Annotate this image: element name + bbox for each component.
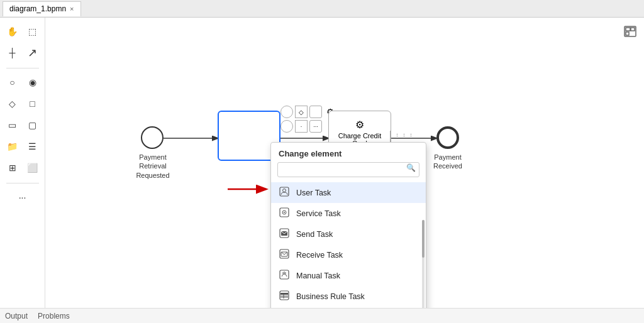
- swimlane-shape[interactable]: ☰: [24, 138, 42, 155]
- receive-task-label: Receive Task: [296, 251, 343, 260]
- svg-point-5: [283, 189, 286, 192]
- svg-rect-15: [280, 293, 288, 295]
- context-menu-search-input[interactable]: [277, 162, 419, 177]
- menu-item-business-rule-task[interactable]: Business Rule Task: [271, 286, 426, 307]
- user-task-icon: [279, 187, 290, 199]
- folder-shape[interactable]: 📁: [4, 138, 21, 155]
- subprocess-shape[interactable]: ⊞: [4, 159, 21, 177]
- context-menu-search-container: 🔍: [271, 162, 426, 182]
- toolbar-divider-2: [6, 183, 39, 183]
- charge-task-gear-icon: ⚙: [355, 119, 364, 131]
- context-menu-title: Change element: [271, 143, 426, 162]
- svg-rect-30: [626, 32, 629, 35]
- tab-close-button[interactable]: ×: [70, 5, 74, 13]
- tab-bar: diagram_1.bpmn ×: [0, 0, 644, 18]
- circle-outline-shape[interactable]: ○: [4, 74, 21, 91]
- start-event[interactable]: [141, 126, 164, 149]
- manual-task-icon: [279, 270, 290, 282]
- service-task-icon: [279, 207, 290, 219]
- end-event-label: PaymentReceived: [428, 153, 468, 171]
- left-toolbar: ✋ ⬚ ┼ ↗ ○ ◉ ◇ □ ▭ ▢ 📁 ☰ ⊞ ⬜ ···: [0, 18, 45, 308]
- tool-row-6: 📁 ☰: [4, 138, 42, 155]
- menu-items-container: User Task Service Task Send Task: [271, 182, 426, 308]
- tool-row-4: ◇ □: [4, 95, 42, 112]
- canvas[interactable]: Payment Retrieval Requested ◇ ⚙ · ··· ⚙ …: [45, 18, 644, 308]
- menu-item-manual-task[interactable]: Manual Task: [271, 265, 426, 286]
- svg-rect-28: [626, 28, 630, 31]
- diamond-shape[interactable]: ◇: [4, 95, 21, 112]
- business-rule-task-icon: [279, 290, 290, 302]
- more-tools[interactable]: ···: [14, 189, 31, 206]
- menu-item-receive-task[interactable]: Receive Task: [271, 244, 426, 265]
- tab-diagram[interactable]: diagram_1.bpmn ×: [3, 1, 81, 16]
- start-event-label: Payment Retrieval Requested: [131, 153, 175, 180]
- tool-row-8: ···: [14, 189, 31, 206]
- receive-task-icon: [279, 249, 290, 261]
- minimap-button[interactable]: [621, 23, 639, 40]
- lasso-tool[interactable]: ⬚: [24, 23, 42, 40]
- svg-point-8: [284, 212, 285, 213]
- context-menu-scrollbar-thumb[interactable]: [422, 220, 425, 258]
- hand-tool[interactable]: ✋: [4, 23, 21, 40]
- menu-item-script-task[interactable]: Script Task: [271, 307, 426, 308]
- square-shape[interactable]: □: [24, 95, 42, 112]
- circle-filled-shape[interactable]: ◉: [24, 74, 42, 91]
- tool-row-7: ⊞ ⬜: [4, 159, 42, 177]
- service-task-label: Service Task: [296, 209, 341, 218]
- user-task-label: User Task: [296, 189, 331, 197]
- shape-palette-row2: · ···: [280, 120, 322, 133]
- rect-shape[interactable]: ▭: [4, 116, 21, 134]
- pointer-arrow: [228, 180, 272, 203]
- menu-item-send-task[interactable]: Send Task: [271, 224, 426, 244]
- palette-rect[interactable]: [309, 106, 322, 118]
- tool-row-3: ○ ◉: [4, 74, 42, 91]
- svg-rect-14: [280, 291, 289, 300]
- palette-ellipsis[interactable]: ···: [309, 120, 322, 133]
- tool-row-1: ✋ ⬚: [4, 23, 42, 40]
- bars-icon[interactable]: ⋮⋮⋮: [394, 133, 414, 141]
- menu-item-user-task[interactable]: User Task: [271, 182, 426, 203]
- business-rule-task-label: Business Rule Task: [296, 292, 365, 301]
- main-area: ✋ ⬚ ┼ ↗ ○ ◉ ◇ □ ▭ ▢ 📁 ☰ ⊞ ⬜ ···: [0, 18, 644, 308]
- change-element-menu: Change element 🔍 User Task: [270, 142, 426, 308]
- tool-row-2: ┼ ↗: [4, 44, 42, 62]
- problems-tab[interactable]: Problems: [38, 312, 70, 320]
- menu-item-service-task[interactable]: Service Task: [271, 203, 426, 224]
- rounded-rect-shape[interactable]: ▢: [24, 116, 42, 134]
- search-icon: 🔍: [406, 163, 416, 172]
- palette-dot[interactable]: ·: [295, 120, 308, 133]
- dashed-rect-shape[interactable]: ⬜: [24, 159, 42, 177]
- create-connections-tool[interactable]: ┼: [4, 44, 21, 62]
- status-bar: Output Problems: [0, 308, 644, 323]
- svg-rect-29: [631, 28, 635, 31]
- toolbar-divider-1: [6, 68, 39, 68]
- send-task-icon: [279, 228, 290, 240]
- manual-task-label: Manual Task: [296, 271, 340, 280]
- palette-circle[interactable]: [280, 106, 293, 118]
- context-menu-scrollbar[interactable]: [422, 220, 425, 308]
- output-tab[interactable]: Output: [5, 312, 28, 320]
- end-event[interactable]: [436, 126, 459, 149]
- send-task-label: Send Task: [296, 230, 333, 239]
- palette-diamond[interactable]: ◇: [295, 106, 308, 118]
- arrow-tool[interactable]: ↗: [24, 44, 42, 62]
- palette-circle2[interactable]: [280, 120, 293, 133]
- tool-row-5: ▭ ▢: [4, 116, 42, 134]
- tab-label: diagram_1.bpmn: [9, 4, 66, 13]
